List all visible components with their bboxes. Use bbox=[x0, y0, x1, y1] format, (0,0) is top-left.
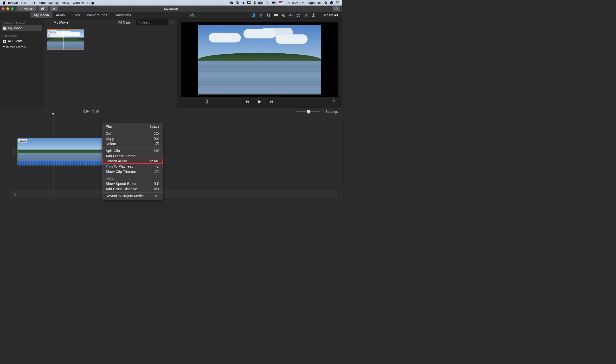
menu-file[interactable]: File bbox=[21, 1, 26, 5]
volume-icon[interactable] bbox=[281, 13, 286, 17]
ctx-play[interactable]: PlaySpace bbox=[103, 124, 163, 129]
ctx-freeze[interactable]: Add Freeze Frame bbox=[103, 153, 163, 159]
menu-edit[interactable]: Edit bbox=[30, 1, 35, 5]
menubar-username[interactable]: toughouse bbox=[307, 1, 321, 5]
video-viewer[interactable] bbox=[181, 22, 338, 97]
timeline-clip-duration: 16.2s bbox=[18, 139, 27, 143]
location-status-icon[interactable] bbox=[242, 1, 245, 4]
svg-point-38 bbox=[260, 15, 262, 17]
share-button[interactable] bbox=[333, 6, 340, 11]
speed-icon[interactable] bbox=[297, 13, 301, 17]
window-zoom-button[interactable] bbox=[11, 7, 14, 10]
menu-mark[interactable]: Mark bbox=[39, 1, 46, 5]
ctx-detach-audio[interactable]: Detach Audio⌥⌘B bbox=[103, 159, 163, 164]
svg-point-58 bbox=[171, 21, 174, 24]
ctx-cut[interactable]: Cut⌘X bbox=[103, 131, 163, 136]
color-correction-icon[interactable] bbox=[259, 13, 263, 17]
list-view-toggle[interactable] bbox=[46, 20, 51, 25]
next-frame-button[interactable] bbox=[270, 100, 274, 104]
battery-menu-icon[interactable] bbox=[258, 1, 263, 4]
info-icon[interactable] bbox=[312, 13, 315, 17]
svg-rect-8 bbox=[261, 2, 261, 4]
zoom-knob[interactable] bbox=[307, 110, 310, 114]
stabilize-icon[interactable] bbox=[274, 13, 278, 17]
menu-window[interactable]: Window bbox=[72, 1, 84, 5]
apple-logo-icon[interactable] bbox=[3, 1, 6, 4]
filter-label: All Clips bbox=[118, 20, 131, 24]
noise-reduction-icon[interactable] bbox=[289, 13, 293, 17]
ctx-trimmer[interactable]: Show Clip Trimmer⌘\ bbox=[103, 169, 163, 174]
prev-frame-button[interactable] bbox=[245, 100, 249, 104]
menu-help[interactable]: Help bbox=[87, 1, 94, 5]
wechat-status-icon[interactable] bbox=[229, 1, 234, 4]
color-balance-icon[interactable] bbox=[252, 13, 255, 17]
window-close-button[interactable] bbox=[2, 7, 5, 10]
wand-icon[interactable] bbox=[190, 13, 194, 18]
ctx-delete[interactable]: Delete⌫ bbox=[103, 141, 163, 147]
app-name[interactable]: iMovie bbox=[8, 1, 18, 5]
search-field[interactable]: Search bbox=[136, 19, 168, 25]
tab-audio[interactable]: Audio bbox=[53, 12, 68, 18]
browser-clip[interactable]: 16.2s bbox=[47, 29, 84, 50]
ctx-split[interactable]: Split Clip⌘B bbox=[103, 148, 163, 154]
svg-line-1 bbox=[238, 3, 239, 4]
star-icon bbox=[3, 40, 6, 43]
tab-my-media[interactable]: My Media bbox=[31, 12, 53, 18]
tab-transitions[interactable]: Transitions bbox=[111, 12, 134, 18]
clip-insert-handle[interactable] bbox=[13, 147, 15, 157]
ctx-reveal[interactable]: Reveal in Project Media⇧F bbox=[103, 193, 163, 199]
macos-menubar: iMovie File Edit Mark Modify View Window… bbox=[0, 0, 342, 6]
timeline-settings-button[interactable]: Settings bbox=[325, 109, 338, 114]
svg-rect-53 bbox=[3, 28, 6, 30]
filters-icon[interactable] bbox=[304, 13, 308, 17]
ctx-copy[interactable]: Copy⌘C bbox=[103, 136, 163, 141]
tab-backgrounds[interactable]: Backgrounds bbox=[83, 12, 111, 18]
library-view-button[interactable]: ♪ bbox=[39, 6, 48, 11]
clip-context-menu: PlaySpace Cut⌘X Copy⌘C Delete⌫ Split Cli… bbox=[102, 123, 163, 200]
sidebar-item-all-events[interactable]: All Events bbox=[2, 38, 42, 44]
clip-filter-dropdown[interactable]: All Clips ⇅ bbox=[118, 20, 134, 24]
menu-view[interactable]: View bbox=[62, 1, 69, 5]
disclosure-triangle-icon[interactable]: ▼ bbox=[3, 45, 5, 49]
reset-all-button[interactable]: Reset All bbox=[324, 13, 338, 17]
ctx-speed[interactable]: Show Speed Editor⌘R bbox=[103, 181, 163, 187]
projects-back-button[interactable]: 〈 Projects bbox=[17, 6, 37, 11]
svg-rect-19 bbox=[279, 4, 283, 4]
svg-rect-3 bbox=[248, 1, 251, 4]
spotlight-status-icon[interactable]: A bbox=[236, 1, 239, 4]
svg-text:♪: ♪ bbox=[44, 8, 45, 10]
battery-status-icon[interactable] bbox=[272, 1, 277, 4]
sidebar-item-my-movie[interactable]: My Movie bbox=[2, 25, 42, 31]
voiceover-button[interactable] bbox=[205, 99, 208, 104]
crop-icon[interactable] bbox=[266, 13, 270, 17]
ctx-trim[interactable]: Trim To Playhead⌥/ bbox=[103, 164, 163, 169]
timeline-tracks[interactable]: 16.2s ♫ PlaySpace Cut⌘X Copy⌘C Delete⌫ S… bbox=[0, 115, 342, 202]
notification-center-icon[interactable] bbox=[336, 1, 339, 4]
import-button[interactable] bbox=[50, 6, 58, 11]
wifi-status-icon[interactable] bbox=[266, 1, 269, 4]
bluetooth-status-icon[interactable] bbox=[254, 1, 256, 4]
timeline-clip[interactable]: 16.2s bbox=[17, 138, 102, 165]
svg-text:A: A bbox=[237, 2, 238, 3]
fullscreen-button[interactable] bbox=[333, 100, 337, 104]
ctx-cross[interactable]: Add Cross Dissolve⌘T bbox=[103, 186, 163, 192]
clapper-icon bbox=[3, 27, 6, 30]
browser-settings-button[interactable] bbox=[170, 20, 174, 25]
window-minimize-button[interactable] bbox=[6, 7, 9, 10]
search-menubar-icon[interactable] bbox=[324, 1, 327, 4]
tab-titles[interactable]: Titles bbox=[68, 12, 83, 18]
menu-modify[interactable]: Modify bbox=[49, 1, 58, 5]
svg-rect-5 bbox=[263, 2, 263, 3]
siri-icon[interactable] bbox=[330, 1, 333, 4]
airplay-status-icon[interactable] bbox=[247, 1, 251, 4]
svg-point-30 bbox=[336, 3, 337, 4]
time-separator: / bbox=[91, 110, 92, 114]
svg-point-51 bbox=[313, 14, 314, 15]
sidebar-item-library[interactable]: ▼ iMovie Library bbox=[2, 44, 42, 50]
music-track-well[interactable]: ♫ bbox=[11, 191, 337, 198]
play-button[interactable] bbox=[257, 100, 262, 104]
svg-point-21 bbox=[325, 2, 326, 4]
flag-us-icon[interactable] bbox=[279, 1, 283, 4]
menubar-clock[interactable]: Thu 8:26 PM bbox=[286, 1, 304, 5]
zoom-slider[interactable] bbox=[296, 111, 320, 112]
